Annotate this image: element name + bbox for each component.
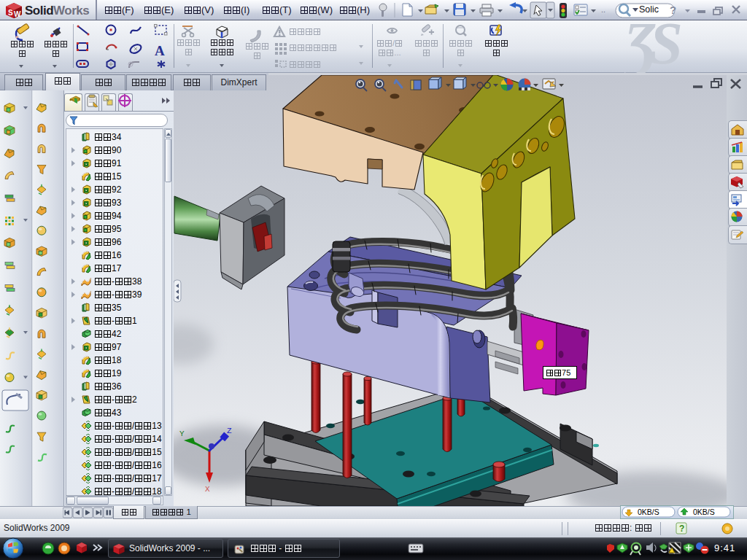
svg-text:X: X xyxy=(205,485,210,494)
svg-text:?: ? xyxy=(670,4,676,16)
svg-text:0KB/S: 0KB/S xyxy=(638,508,659,516)
svg-text:Y: Y xyxy=(179,429,185,438)
svg-text:Z: Z xyxy=(227,427,232,435)
svg-text:A: A xyxy=(155,43,165,58)
svg-text:0KB/S: 0KB/S xyxy=(693,508,715,516)
svg-text:W: W xyxy=(14,10,21,18)
svg-text:S: S xyxy=(8,9,13,17)
svg-text:?: ? xyxy=(679,524,684,534)
svg-text:Solic: Solic xyxy=(639,4,659,15)
svg-text:..: .. xyxy=(601,5,605,14)
